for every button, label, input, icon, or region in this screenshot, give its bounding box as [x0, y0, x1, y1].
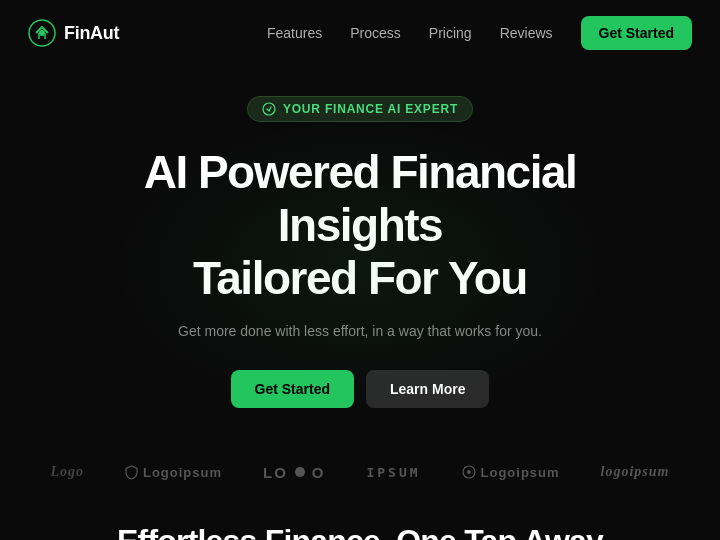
nav-pricing[interactable]: Pricing — [429, 25, 472, 41]
brand-name: FinAut — [64, 23, 119, 44]
hero-title-line2: Tailored For You — [193, 252, 527, 304]
logo[interactable]: FinAut — [28, 19, 119, 47]
circle-icon — [462, 465, 476, 479]
hero-section: YOUR FINANCE AI EXPERT AI Powered Financ… — [0, 66, 720, 428]
logo-brand-2: LO O — [263, 464, 326, 481]
hero-content: YOUR FINANCE AI EXPERT AI Powered Financ… — [0, 66, 720, 428]
logo-brand-0: Logo — [50, 464, 84, 480]
navbar: FinAut Features Process Pricing Reviews … — [0, 0, 720, 66]
section-title: Effortless Finance, One Tap Away — [20, 523, 700, 540]
svg-point-1 — [39, 30, 45, 36]
hero-subtitle: Get more done with less effort, in a way… — [178, 321, 542, 342]
logo-icon — [28, 19, 56, 47]
hero-buttons: Get Started Learn More — [231, 370, 490, 408]
svg-point-4 — [467, 470, 471, 474]
hero-badge: YOUR FINANCE AI EXPERT — [247, 96, 473, 122]
logo-brand-5: logoipsum — [601, 464, 670, 480]
hero-title: AI Powered Financial Insights Tailored F… — [60, 146, 660, 305]
nav-process[interactable]: Process — [350, 25, 401, 41]
nav-reviews[interactable]: Reviews — [500, 25, 553, 41]
logos-strip: Logo Logoipsum LO O IPSUM Logoipsum logo… — [0, 438, 720, 507]
hero-title-line1: AI Powered Financial Insights — [144, 146, 577, 251]
badge-text: YOUR FINANCE AI EXPERT — [283, 102, 458, 116]
logo-brand-1: Logoipsum — [125, 465, 222, 480]
shield-icon — [125, 465, 138, 480]
nav-links: Features Process Pricing Reviews Get Sta… — [267, 16, 692, 50]
logo-brand-3: IPSUM — [366, 465, 420, 480]
nav-features[interactable]: Features — [267, 25, 322, 41]
svg-point-2 — [263, 103, 275, 115]
hero-learn-more-button[interactable]: Learn More — [366, 370, 489, 408]
badge-icon — [262, 102, 276, 116]
effortless-section: Effortless Finance, One Tap Away Connect… — [0, 507, 720, 540]
nav-cta-button[interactable]: Get Started — [581, 16, 692, 50]
logo-brand-4: Logoipsum — [462, 465, 560, 480]
hero-cta-button[interactable]: Get Started — [231, 370, 354, 408]
